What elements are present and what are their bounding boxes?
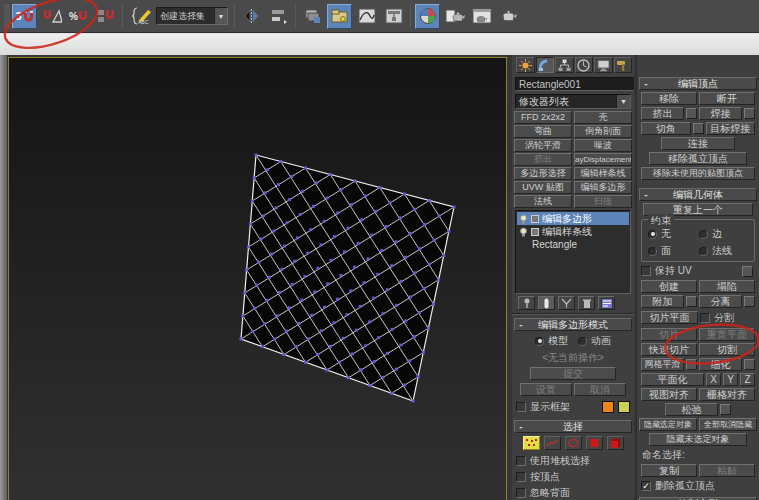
modifier-button[interactable]: 噪波 bbox=[574, 139, 632, 152]
modifier-button[interactable]: 壳 bbox=[574, 111, 632, 124]
attach-button[interactable]: 附加 bbox=[641, 295, 684, 308]
settings-button[interactable]: 设置 bbox=[520, 383, 572, 396]
modifier-stack-list[interactable]: 编辑多边形 编辑样条线 Rectangle bbox=[515, 210, 631, 294]
modifier-button[interactable]: 法线 bbox=[514, 195, 572, 208]
stack-item-rectangle[interactable]: Rectangle bbox=[517, 238, 629, 251]
quick-render-button[interactable] bbox=[496, 4, 521, 29]
view-align-button[interactable]: 视图对齐 bbox=[641, 388, 697, 401]
perspective-viewport[interactable] bbox=[8, 57, 507, 500]
modifier-button[interactable]: ayDisplacementM bbox=[574, 153, 632, 166]
reset-plane-button[interactable]: 重置平面 bbox=[699, 328, 755, 341]
tab-display[interactable] bbox=[594, 57, 613, 73]
dropdown-arrow-icon[interactable]: ▼ bbox=[214, 8, 227, 24]
constraint-edge-radio[interactable]: 边 bbox=[699, 227, 750, 241]
border-subobject-button[interactable] bbox=[565, 436, 582, 450]
rollout-edit-poly-mode[interactable]: -编辑多边形模式 bbox=[514, 318, 632, 331]
chamfer-settings-button[interactable] bbox=[693, 123, 704, 134]
modifier-button[interactable]: 编辑多边形 bbox=[574, 181, 632, 194]
mode-model-radio[interactable]: 模型 bbox=[535, 334, 568, 348]
rollout-edit-geometry[interactable]: -编辑几何体 bbox=[639, 188, 757, 201]
modifier-button[interactable]: 扫描 bbox=[574, 195, 632, 208]
configure-modifier-sets-button[interactable] bbox=[598, 296, 615, 310]
modifier-button[interactable]: 倒角剖面 bbox=[574, 125, 632, 138]
slice-button[interactable]: 切片 bbox=[641, 328, 697, 341]
material-editor-button[interactable] bbox=[415, 4, 440, 29]
commit-button[interactable]: 提交 bbox=[530, 367, 616, 380]
modifier-button[interactable]: 弯曲 bbox=[514, 125, 572, 138]
delete-isolated-vertices-checkbox[interactable]: ✓ bbox=[641, 481, 651, 491]
cage-selected-color-swatch[interactable] bbox=[618, 401, 630, 413]
break-button[interactable]: 断开 bbox=[699, 92, 755, 105]
remove-modifier-button[interactable] bbox=[578, 296, 595, 310]
detach-button[interactable]: 分离 bbox=[699, 295, 742, 308]
dropdown-arrow-icon[interactable]: ▼ bbox=[616, 95, 630, 108]
edit-named-selection-sets-button[interactable]: ABC bbox=[127, 4, 152, 29]
planar-x-button[interactable]: X bbox=[706, 373, 721, 386]
tessellate-settings-button[interactable] bbox=[744, 359, 755, 370]
rendered-frame-window-button[interactable] bbox=[469, 4, 494, 29]
slice-plane-button[interactable]: 切片平面 bbox=[641, 311, 698, 324]
object-name-field[interactable] bbox=[515, 77, 634, 91]
relax-button[interactable]: 松弛 bbox=[665, 403, 718, 416]
use-stack-selection-checkbox[interactable] bbox=[516, 456, 526, 466]
modifier-button[interactable]: 涡轮平滑 bbox=[514, 139, 572, 152]
create-button[interactable]: 创建 bbox=[641, 280, 697, 293]
cut-button[interactable]: 切割 bbox=[699, 343, 755, 356]
hide-unselected-button[interactable]: 隐藏未选定对象 bbox=[649, 433, 747, 446]
schematic-view-button[interactable] bbox=[381, 4, 406, 29]
quickslice-button[interactable]: 快速切片 bbox=[641, 343, 697, 356]
snap-toggle-3d-button[interactable]: 3 bbox=[12, 4, 37, 29]
remove-button[interactable]: 移除 bbox=[641, 92, 697, 105]
cancel-button[interactable]: 取消 bbox=[574, 383, 626, 396]
tab-utilities[interactable] bbox=[614, 57, 633, 73]
named-selection-set-dropdown[interactable]: 创建选择集 ▼ bbox=[156, 7, 228, 25]
mirror-button[interactable] bbox=[239, 4, 264, 29]
ignore-backfacing-checkbox[interactable] bbox=[516, 488, 526, 498]
lightbulb-icon[interactable] bbox=[519, 214, 528, 224]
constraint-normal-radio[interactable]: 法线 bbox=[699, 244, 750, 258]
spinner-snap-button[interactable] bbox=[93, 4, 118, 29]
msmooth-settings-button[interactable] bbox=[686, 359, 697, 370]
split-checkbox[interactable] bbox=[700, 313, 710, 323]
cage-color-swatch[interactable] bbox=[602, 401, 614, 413]
extrude-button[interactable]: 挤出 bbox=[641, 107, 684, 120]
show-cage-checkbox[interactable] bbox=[516, 402, 526, 412]
planar-y-button[interactable]: Y bbox=[723, 373, 738, 386]
attach-settings-button[interactable] bbox=[686, 296, 697, 307]
layer-manager-button[interactable] bbox=[300, 4, 325, 29]
constraint-none-radio[interactable]: 无 bbox=[648, 227, 699, 241]
show-end-result-button[interactable] bbox=[538, 296, 555, 310]
relax-settings-button[interactable] bbox=[720, 404, 731, 415]
preserve-uv-settings-button[interactable] bbox=[742, 266, 753, 277]
remove-isolated-vertices-button[interactable]: 移除孤立顶点 bbox=[649, 152, 747, 165]
tab-motion[interactable] bbox=[575, 57, 594, 73]
unhide-all-button[interactable]: 全部取消隐藏 bbox=[699, 418, 757, 431]
modifier-button[interactable]: 挤出 bbox=[514, 153, 572, 166]
lightbulb-icon[interactable] bbox=[519, 227, 528, 237]
mode-animate-radio[interactable]: 动画 bbox=[578, 334, 611, 348]
rollout-edit-vertices[interactable]: -编辑顶点 bbox=[639, 77, 757, 90]
connect-button[interactable]: 连接 bbox=[661, 137, 735, 150]
extrude-settings-button[interactable] bbox=[686, 108, 697, 119]
tab-hierarchy[interactable] bbox=[555, 57, 574, 73]
preserve-uv-checkbox[interactable] bbox=[641, 266, 651, 276]
edge-subobject-button[interactable] bbox=[544, 436, 561, 450]
curve-editor-button[interactable] bbox=[354, 4, 379, 29]
weld-settings-button[interactable] bbox=[744, 108, 755, 119]
grid-align-button[interactable]: 栅格对齐 bbox=[699, 388, 755, 401]
hide-selected-button[interactable]: 隐藏选定对象 bbox=[639, 418, 697, 431]
weld-button[interactable]: 焊接 bbox=[699, 107, 742, 120]
pin-stack-button[interactable] bbox=[518, 296, 535, 310]
polygon-subobject-button[interactable] bbox=[586, 436, 603, 450]
make-planar-button[interactable]: 平面化 bbox=[641, 373, 704, 386]
align-button[interactable] bbox=[266, 4, 291, 29]
remove-unused-map-verts-button[interactable]: 移除未使用的贴图顶点 bbox=[641, 167, 755, 180]
modifier-button[interactable]: 编辑样条线 bbox=[574, 167, 632, 180]
collapse-button[interactable]: 塌陷 bbox=[699, 280, 755, 293]
msmooth-button[interactable]: 网格平滑 bbox=[641, 358, 684, 371]
tessellate-button[interactable]: 细化 bbox=[699, 358, 742, 371]
stack-item-edit-spline[interactable]: 编辑样条线 bbox=[517, 225, 629, 238]
modifier-button[interactable]: FFD 2x2x2 bbox=[514, 111, 572, 124]
chamfer-button[interactable]: 切角 bbox=[641, 122, 691, 135]
toolbar-clipped-button[interactable] bbox=[4, 4, 10, 29]
